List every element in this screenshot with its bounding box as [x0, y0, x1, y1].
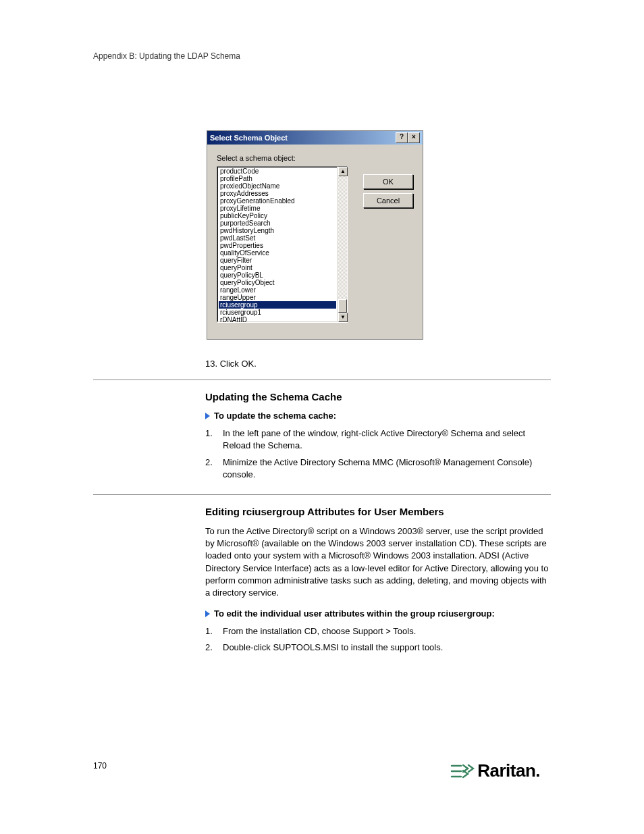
list-item[interactable]: pwdLastSet — [219, 234, 336, 242]
raritan-mark-icon — [450, 762, 475, 780]
divider — [93, 380, 551, 380]
page-header: Appendix B: Updating the LDAP Schema — [93, 51, 551, 61]
scroll-down-icon[interactable]: ▼ — [338, 313, 348, 322]
list-item[interactable]: queryFilter — [219, 257, 336, 264]
list-item[interactable]: rDNAttID — [219, 316, 336, 323]
list-item[interactable]: productCode — [219, 167, 336, 175]
list-item[interactable]: qualityOfService — [219, 249, 336, 257]
dialog-instruction-label: Select a schema object: — [217, 154, 413, 162]
list-item[interactable]: publicKeyPolicy — [219, 212, 336, 219]
list-item[interactable]: rangeLower — [219, 286, 336, 294]
list-item[interactable]: purportedSearch — [219, 219, 336, 227]
list-item[interactable]: proxyGenerationEnabled — [219, 197, 336, 205]
select-schema-object-dialog: Select Schema Object ? × Select a schema… — [207, 130, 423, 340]
list-item[interactable]: queryPolicyObject — [219, 279, 336, 286]
procedure-heading: To edit the individual user attributes w… — [205, 608, 551, 619]
listbox-scrollbar[interactable]: ▲ ▼ — [338, 166, 348, 323]
divider — [93, 494, 551, 495]
procedure-heading: To update the schema cache: — [205, 411, 551, 421]
procedure-heading-label: To update the schema cache: — [214, 411, 336, 421]
list-item[interactable]: proxiedObjectName — [219, 182, 336, 190]
paragraph: To run the Active Directory® script on a… — [205, 525, 551, 599]
list-item[interactable]: rciusergroup1 — [219, 309, 336, 316]
list-item[interactable]: rciusergroup — [219, 301, 336, 309]
schema-object-listbox[interactable]: productCodeprofilePathproxiedObjectNamep… — [217, 166, 338, 323]
list-item[interactable]: rangeUpper — [219, 294, 336, 301]
list-item-text: From the installation CD, choose Support… — [223, 625, 416, 637]
arrow-right-icon — [205, 413, 210, 419]
logo-text: Raritan. — [477, 760, 540, 781]
step-13: 13. Click OK. — [205, 358, 551, 370]
arrow-right-icon — [205, 610, 210, 617]
list-item[interactable]: profilePath — [219, 175, 336, 182]
section-heading-updating-schema-cache: Updating the Schema Cache — [205, 391, 551, 402]
list-item: 1.In the left pane of the window, right-… — [205, 427, 551, 452]
list-item: 2.Double-click SUPTOOLS.MSI to install t… — [205, 642, 551, 654]
list-item[interactable]: queryPoint — [219, 264, 336, 271]
dialog-title: Select Schema Object — [210, 134, 288, 142]
scroll-thumb[interactable] — [338, 299, 347, 313]
page-number: 170 — [93, 761, 107, 771]
list-item[interactable]: proxyAddresses — [219, 190, 336, 197]
list-item-text: Minimize the Active Directory Schema MMC… — [223, 457, 551, 481]
cancel-button[interactable]: Cancel — [363, 193, 413, 208]
ok-button[interactable]: OK — [363, 174, 413, 189]
list-item: 1.From the installation CD, choose Suppo… — [205, 625, 551, 637]
list-item[interactable]: proxyLifetime — [219, 205, 336, 212]
section-heading-editing-attributes: Editing rciusergroup Attributes for User… — [205, 506, 551, 517]
help-icon[interactable]: ? — [396, 132, 408, 143]
dialog-titlebar: Select Schema Object ? × — [207, 131, 423, 145]
scroll-up-icon[interactable]: ▲ — [338, 167, 348, 176]
list-item[interactable]: pwdProperties — [219, 242, 336, 249]
list-item: 2.Minimize the Active Directory Schema M… — [205, 457, 551, 481]
footer-logo: Raritan. — [450, 760, 540, 781]
list-item[interactable]: pwdHistoryLength — [219, 227, 336, 234]
procedure-heading-label: To edit the individual user attributes w… — [214, 608, 495, 619]
list-item-text: In the left pane of the window, right-cl… — [223, 427, 551, 452]
list-item[interactable]: queryPolicyBL — [219, 271, 336, 279]
list-item-text: Double-click SUPTOOLS.MSI to install the… — [223, 642, 443, 654]
close-icon[interactable]: × — [408, 132, 420, 143]
